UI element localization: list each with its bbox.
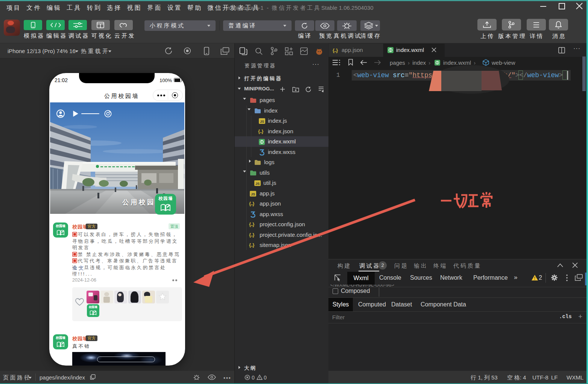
svg-text:JS: JS (260, 120, 264, 123)
svg-text:JS: JS (255, 182, 260, 186)
svg-text:JS: JS (251, 192, 255, 196)
